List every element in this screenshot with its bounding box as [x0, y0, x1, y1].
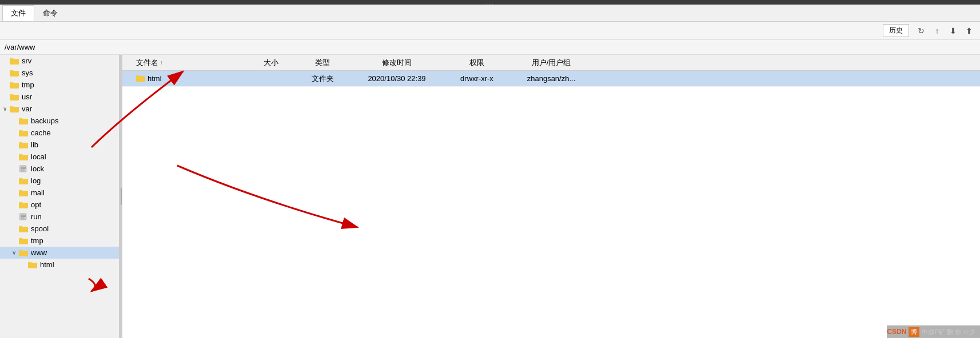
- menu-bar: 文件 命令: [0, 5, 980, 22]
- sidebar-label: usr: [22, 92, 32, 101]
- svg-rect-11: [19, 118, 22, 120]
- sidebar-item-tmp-2[interactable]: tmp: [0, 79, 119, 91]
- svg-rect-9: [10, 106, 13, 108]
- col-header-owner[interactable]: 用户/用户组: [511, 58, 591, 68]
- watermark-icon1: 博: [909, 327, 919, 337]
- file-permissions-cell: drwxr-xr-x: [443, 74, 511, 83]
- sidebar-item-usr-3[interactable]: usr: [0, 91, 119, 103]
- sidebar-label: local: [31, 152, 46, 161]
- file-table-body: html 文件夹 2020/10/30 22:39 drwxr-xr-x zha…: [122, 71, 980, 338]
- folder-icon: [18, 213, 29, 221]
- folder-icon: [18, 189, 29, 197]
- folder-icon: [9, 69, 19, 77]
- table-row[interactable]: html 文件夹 2020/10/30 22:39 drwxr-xr-x zha…: [122, 71, 980, 87]
- svg-rect-17: [19, 154, 22, 156]
- watermark-bar: CSDN 博 中@P矿 翻 你 ☆彡: [887, 325, 980, 338]
- sidebar-label: sys: [22, 69, 33, 77]
- sidebar-item-cache-6[interactable]: cache: [0, 127, 119, 139]
- sidebar: srv sys tmp usr ∨ var: [0, 55, 120, 338]
- up-icon[interactable]: ↑: [931, 25, 943, 37]
- sidebar-label: www: [31, 248, 47, 257]
- folder-icon: [9, 57, 19, 65]
- folder-icon: [9, 81, 19, 89]
- svg-rect-35: [19, 238, 22, 240]
- svg-rect-5: [10, 82, 13, 84]
- sidebar-label: lock: [31, 164, 44, 173]
- sidebar-label: tmp: [31, 236, 43, 245]
- col-header-modified[interactable]: 修改时间: [351, 58, 443, 68]
- sidebar-item-opt-12[interactable]: opt: [0, 199, 119, 211]
- sidebar-label: run: [31, 212, 42, 221]
- sidebar-item-lock-9[interactable]: lock: [0, 163, 119, 175]
- file-type-cell: 文件夹: [294, 74, 351, 84]
- file-folder-icon: [136, 74, 145, 83]
- folder-icon: [18, 237, 29, 245]
- sidebar-label: log: [31, 176, 41, 185]
- sidebar-item-run-13[interactable]: run: [0, 211, 119, 223]
- folder-icon: [27, 261, 38, 269]
- svg-rect-3: [10, 70, 13, 72]
- file-table-header: 文件名 ↑ 大小 类型 修改时间 权限 用户/用户组: [122, 55, 980, 71]
- menu-tab-file[interactable]: 文件: [2, 5, 34, 21]
- folder-icon: [9, 93, 19, 101]
- main-content: srv sys tmp usr ∨ var: [0, 55, 980, 338]
- current-path: /var/www: [5, 43, 35, 51]
- svg-rect-25: [19, 190, 22, 192]
- watermark-text: 中@P矿 翻 你 ☆彡: [922, 328, 975, 336]
- download-icon[interactable]: ⬇: [947, 25, 959, 37]
- expand-icon: ∨: [0, 106, 9, 112]
- folder-icon: [18, 201, 29, 209]
- svg-rect-13: [19, 130, 22, 132]
- svg-rect-27: [19, 202, 22, 204]
- watermark-csdn: CSDN: [887, 328, 906, 336]
- sidebar-item-mail-11[interactable]: mail: [0, 187, 119, 199]
- sidebar-label: mail: [31, 188, 45, 197]
- col-header-size[interactable]: 大小: [248, 58, 294, 68]
- sidebar-item-spool-14[interactable]: spool: [0, 223, 119, 235]
- sidebar-item-tmp-15[interactable]: tmp: [0, 235, 119, 247]
- sidebar-label: lib: [31, 140, 38, 149]
- folder-icon: [9, 105, 19, 113]
- title-dots: ...: [486, 0, 494, 6]
- sidebar-label: srv: [22, 57, 31, 65]
- folder-icon: [18, 249, 29, 257]
- svg-rect-15: [19, 142, 22, 144]
- sidebar-item-backups-5[interactable]: backups: [0, 115, 119, 127]
- sidebar-item-lib-7[interactable]: lib: [0, 139, 119, 151]
- folder-icon: [18, 165, 29, 173]
- folder-icon: [18, 117, 29, 125]
- svg-rect-41: [136, 75, 140, 77]
- expand-icon: ∨: [9, 250, 18, 256]
- sidebar-label: backups: [31, 116, 58, 125]
- col-header-permissions[interactable]: 权限: [443, 58, 511, 68]
- sidebar-item-sys-1[interactable]: sys: [0, 67, 119, 79]
- sidebar-item-html-17[interactable]: html: [0, 259, 119, 271]
- folder-icon: [18, 177, 29, 185]
- sidebar-item-srv-0[interactable]: srv: [0, 55, 119, 67]
- folder-icon: [18, 225, 29, 233]
- sidebar-item-local-8[interactable]: local: [0, 151, 119, 163]
- sidebar-item-var-4[interactable]: ∨ var: [0, 103, 119, 115]
- sidebar-label: html: [40, 260, 54, 269]
- menu-tab-command[interactable]: 命令: [34, 5, 66, 21]
- upload-icon[interactable]: ⬆: [963, 25, 975, 37]
- title-bar: ...: [0, 0, 980, 5]
- col-header-name[interactable]: 文件名 ↑: [122, 58, 248, 68]
- folder-icon: [18, 153, 29, 161]
- folder-icon: [18, 141, 29, 149]
- svg-rect-37: [19, 250, 22, 252]
- svg-rect-23: [19, 178, 22, 180]
- refresh-icon[interactable]: ↻: [915, 25, 927, 37]
- file-modified-cell: 2020/10/30 22:39: [351, 74, 443, 83]
- path-bar: /var/www: [0, 40, 980, 55]
- sidebar-item-log-10[interactable]: log: [0, 175, 119, 187]
- file-name: html: [148, 74, 162, 83]
- history-button[interactable]: 历史: [883, 24, 909, 37]
- toolbar: 历史 ↻ ↑ ⬇ ⬆: [0, 22, 980, 40]
- sidebar-label: tmp: [22, 81, 34, 89]
- sidebar-label: var: [22, 104, 32, 113]
- file-name-cell: html: [122, 74, 248, 83]
- col-header-type[interactable]: 类型: [294, 58, 351, 68]
- file-panel: 文件名 ↑ 大小 类型 修改时间 权限 用户/用户组 html: [122, 55, 980, 338]
- sidebar-item-www-16[interactable]: ∨ www: [0, 247, 119, 259]
